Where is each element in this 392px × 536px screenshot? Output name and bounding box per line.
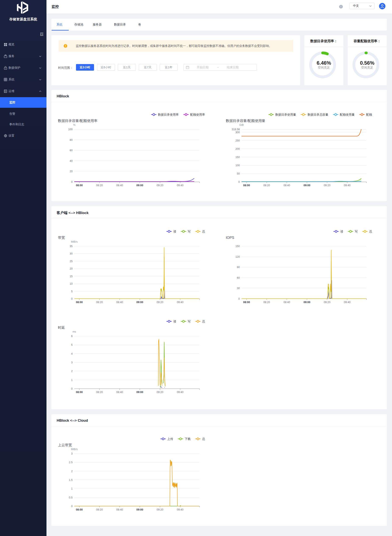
tab-volume[interactable]: 卷 (138, 19, 141, 31)
start-date-placeholder[interactable]: 开始日期 (197, 65, 209, 69)
tab-system[interactable]: 系统 (56, 19, 62, 31)
sidebar-item-system[interactable]: 系统 (0, 74, 47, 85)
x-tick-label: 08:40 (116, 301, 123, 304)
info-icon[interactable] (339, 5, 343, 9)
top-header: 监控 中文 (47, 0, 392, 14)
sidebar-subitem-alerts[interactable]: 告警 (0, 109, 47, 119)
legend-item[interactable]: 数据目录使用量 (268, 113, 296, 116)
legend-item[interactable]: 总 (195, 230, 205, 233)
sidebar-item-data-protection[interactable]: 数据保护 (0, 62, 47, 74)
language-select[interactable]: 中文 (349, 3, 374, 9)
x-tick-label: 09:20 (157, 391, 163, 394)
gauge-title: 数据目录使用率： (304, 39, 343, 43)
legend-item[interactable]: 总 (362, 230, 372, 233)
data-protection-icon (4, 66, 7, 69)
legend-item[interactable]: 总 (195, 437, 205, 441)
y-tick-label: 20 (70, 170, 73, 173)
legend-item[interactable]: 下载 (178, 437, 191, 441)
sidebar-item-services[interactable]: 服务 (0, 51, 47, 62)
date-range-picker[interactable]: 开始日期 ~ 结束日期 (183, 64, 257, 71)
y-tick-label: 300 (235, 131, 240, 134)
y-tick-label: 0 (238, 180, 240, 184)
legend-marker-circle (182, 230, 184, 232)
sidebar-subitem-monitoring[interactable]: 监控 (0, 97, 47, 108)
series-line (158, 339, 162, 386)
tab-active-indicator (51, 30, 69, 31)
y-tick-label: 0 (71, 387, 73, 390)
user-avatar[interactable] (379, 3, 385, 9)
legend-item[interactable]: 读 (166, 230, 176, 233)
tab-data-directory[interactable]: 数据目录 (114, 19, 126, 31)
legend-label: 读 (173, 230, 176, 233)
notice-text: 监控数据以服务器系统时间为准进行记录。时间被调整，或集群中服务器时间不统一，都可… (76, 44, 272, 48)
legend-item[interactable]: 数据目录使用率 (151, 113, 179, 116)
sidebar-item-settings[interactable]: 设置 (0, 130, 47, 142)
range-button-1[interactable]: 近6小时 (97, 64, 115, 71)
tab-storage-pool[interactable]: 存储池 (74, 19, 83, 31)
range-button-4[interactable]: 近1年 (160, 64, 178, 71)
overview-icon (4, 43, 7, 46)
y-tick-label: 40 (70, 160, 73, 162)
legend-item[interactable]: 上传 (160, 437, 173, 441)
legend-item[interactable]: 写 (181, 320, 191, 323)
filter-card: 监控数据以服务器系统时间为准进行记录。时间被调整，或集群中服务器时间不统一，都可… (51, 35, 300, 85)
y-tick-label: 150 (235, 156, 240, 159)
legend-item[interactable]: 总 (195, 320, 205, 323)
y-tick-label: 0 (71, 297, 73, 300)
tab-label: 数据目录 (114, 23, 126, 27)
y-tick-label: 0 (238, 297, 240, 300)
y-tick-label: 35 (70, 245, 73, 248)
menu-fold-icon[interactable] (40, 32, 43, 36)
x-tick-label: 09:20 (324, 301, 330, 304)
operations-icon (4, 89, 7, 93)
legend-label: 写 (188, 230, 191, 233)
sidebar-item-label: 设置 (9, 134, 14, 138)
legend-item[interactable]: 读 (333, 230, 343, 233)
brand-title: 存储资源盘活系统 (0, 17, 47, 22)
legend-item[interactable]: 数据目录总容量 (301, 113, 328, 116)
legend-item[interactable]: 写 (348, 230, 358, 233)
tab-strip: 系统存储池服务器数据目录卷 (51, 19, 387, 31)
chart-title: 数据目录容量/配额使用率 (58, 119, 98, 123)
y-tick-label: 2 (71, 470, 73, 473)
series-line (164, 387, 165, 388)
legend-item[interactable]: 读 (166, 320, 176, 323)
legend-item[interactable]: 配额使用量 (333, 113, 355, 116)
legend-item[interactable]: 写 (181, 230, 191, 233)
legend-label: 总 (202, 230, 205, 233)
x-tick-label: 09:00 (136, 301, 143, 304)
y-tick-label: 3 (71, 452, 73, 455)
tab-server[interactable]: 服务器 (93, 19, 102, 31)
legend-item[interactable]: 配额使用率 (183, 113, 205, 116)
y-tick-label: 30 (70, 252, 73, 255)
range-button-2[interactable]: 近1天 (118, 64, 136, 71)
sidebar-item-label: 系统 (9, 78, 14, 81)
legend-item[interactable]: 配额 (359, 113, 372, 116)
legend-marker-circle (350, 230, 351, 232)
range-button-3[interactable]: 近7天 (139, 64, 157, 71)
sidebar-subitem-events-and-logs[interactable]: 事件和日志 (0, 119, 47, 130)
x-tick-label: 09:40 (344, 301, 350, 304)
sidebar-subitem-label: 告警 (9, 112, 15, 116)
x-tick-label: 09:00 (303, 301, 310, 304)
legend-label: 总 (369, 230, 372, 233)
y-tick-label: 1 (71, 487, 73, 490)
chart-4: 012345608:0008:2008:4009:0009:2009:40时延m… (51, 309, 219, 400)
x-tick-label: 08:20 (96, 508, 103, 511)
legend-marker-circle (168, 230, 170, 232)
sidebar-subitem-label: 监控 (9, 101, 15, 104)
chart-title: 上云带宽 (58, 443, 72, 447)
y-tick-label: 5 (71, 343, 73, 346)
y-tick-label: 10 (70, 282, 73, 285)
chart-5: 00.511.522.5308:0008:2008:4009:0009:2009… (51, 426, 219, 517)
x-tick-label: 08:20 (96, 391, 103, 394)
warning-icon (64, 44, 67, 48)
legend-marker-circle (197, 230, 199, 232)
sidebar-item-overview[interactable]: 概览 (0, 39, 47, 50)
end-date-placeholder[interactable]: 结束日期 (227, 65, 238, 69)
chart-3: 030609012015008:0008:2008:4009:0009:2009… (219, 219, 387, 310)
x-tick-label: 09:00 (303, 184, 310, 187)
sidebar-item-operations[interactable]: 运维 (0, 85, 47, 97)
x-tick-label: 08:20 (263, 184, 270, 187)
range-button-0[interactable]: 近2小时 (76, 64, 94, 71)
